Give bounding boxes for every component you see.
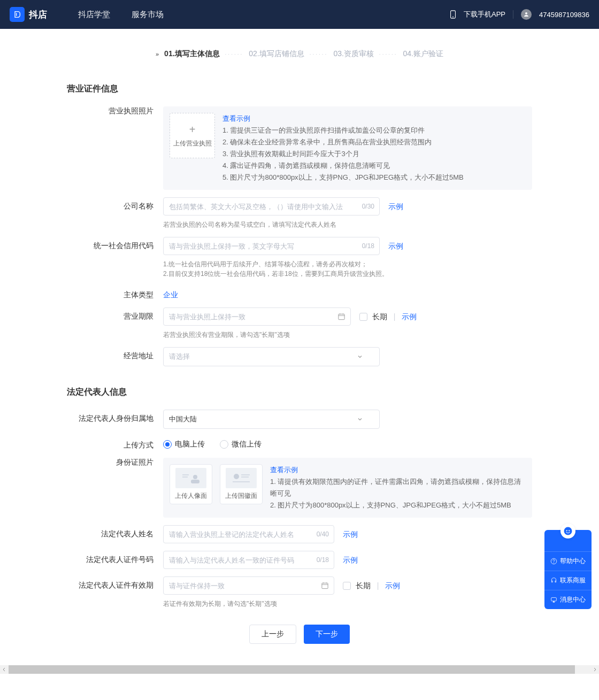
svg-point-15: [564, 527, 572, 535]
scrollbar-thumb[interactable]: [9, 665, 575, 674]
brand-text: 抖店: [29, 9, 47, 21]
legal-expiry-input[interactable]: [163, 576, 334, 595]
download-link[interactable]: 下载手机APP: [464, 10, 505, 19]
upload-license[interactable]: + 上传营业执照: [170, 113, 215, 158]
radio-wechat-upload[interactable]: 微信上传: [220, 440, 262, 449]
label-company-name: 公司名称: [67, 197, 163, 229]
logo-icon: [10, 7, 25, 22]
scroll-left-button[interactable]: [0, 665, 9, 674]
label-credit-code: 统一社会信用代码: [67, 237, 163, 279]
svg-point-1: [452, 17, 454, 18]
example-legal-idno[interactable]: 示例: [343, 556, 358, 564]
phone-icon: [450, 10, 456, 19]
label-legal-expiry: 法定代表人证件有效期: [67, 576, 163, 609]
svg-rect-19: [551, 597, 557, 601]
example-biz-period[interactable]: 示例: [402, 312, 417, 321]
float-bot[interactable]: [544, 530, 592, 551]
svg-rect-11: [241, 474, 250, 475]
step-1: 01.填写主体信息: [164, 49, 219, 59]
svg-point-2: [525, 12, 527, 14]
bot-icon: [563, 526, 573, 536]
svg-rect-6: [191, 480, 199, 483]
legal-name-input[interactable]: [163, 525, 334, 543]
example-company[interactable]: 示例: [388, 202, 403, 211]
section-title-biz: 营业证件信息: [67, 83, 532, 95]
entity-type-value: 企业: [163, 286, 532, 300]
divider: [513, 10, 513, 19]
id-region-select[interactable]: 中国大陆: [163, 410, 380, 429]
upload-id-front[interactable]: 上传人像面: [170, 464, 212, 504]
upload-id-back[interactable]: 上传国徽面: [220, 464, 263, 504]
step-arrow-icon: »: [156, 51, 159, 57]
legal-idno-input[interactable]: [163, 551, 334, 569]
biz-address-select[interactable]: 请选择: [163, 347, 380, 366]
chevron-down-icon: [357, 353, 363, 360]
label-legal-name: 法定代表人姓名: [67, 525, 163, 543]
svg-rect-12: [241, 476, 249, 478]
message-icon: [550, 596, 557, 603]
svg-point-17: [569, 530, 570, 531]
float-panel: 帮助中心 联系商服 消息中心: [544, 530, 592, 609]
avatar-icon: [521, 9, 532, 20]
float-message[interactable]: 消息中心: [544, 590, 592, 609]
step-2: 02.填写店铺信息: [249, 49, 304, 59]
label-entity-type: 主体类型: [67, 286, 163, 300]
example-legal-expiry[interactable]: 示例: [385, 581, 400, 590]
label-upload-method: 上传方式: [67, 436, 163, 450]
svg-point-5: [193, 475, 197, 479]
hint-company: 若营业执照的公司名称为星号或空白，请填写法定代表人姓名: [163, 220, 532, 229]
id-front-icon: [180, 471, 202, 485]
help-icon: [550, 558, 557, 565]
user-id[interactable]: 4745987109836: [539, 11, 589, 19]
nav-market[interactable]: 服务市场: [132, 10, 164, 20]
biz-period-input[interactable]: [163, 307, 351, 326]
label-biz-address: 经营地址: [67, 347, 163, 366]
view-example-id[interactable]: 查看示例: [270, 466, 298, 474]
radio-icon: [163, 440, 172, 449]
company-name-input[interactable]: [163, 197, 380, 216]
svg-rect-9: [231, 471, 252, 485]
svg-rect-7: [182, 474, 189, 475]
hint-legal-expiry: 若证件有效期为长期，请勾选"长期"选项: [163, 599, 532, 609]
step-4: 04.账户验证: [403, 49, 443, 59]
headset-icon: [550, 577, 557, 584]
label-id-region: 法定代表人身份归属地: [67, 410, 163, 429]
svg-point-10: [234, 474, 239, 479]
example-legal-name[interactable]: 示例: [343, 530, 358, 539]
hint-biz-period: 若营业执照没有营业期限，请勾选"长期"选项: [163, 330, 532, 340]
longterm-checkbox-id[interactable]: [343, 582, 351, 590]
plus-icon: +: [189, 124, 196, 136]
horizontal-scrollbar[interactable]: [0, 665, 599, 674]
view-example-license[interactable]: 查看示例: [222, 114, 250, 122]
float-contact[interactable]: 联系商服: [544, 571, 592, 590]
top-header: 抖店 抖店学堂 服务市场 下载手机APP 4745987109836: [0, 0, 599, 29]
step-3: 03.资质审核: [333, 49, 373, 59]
svg-rect-13: [233, 481, 250, 482]
id-back-icon: [231, 471, 252, 485]
section-title-legal: 法定代表人信息: [67, 387, 532, 398]
float-help[interactable]: 帮助中心: [544, 551, 592, 571]
radio-pc-upload[interactable]: 电脑上传: [163, 440, 205, 449]
chevron-down-icon: [357, 416, 363, 422]
scroll-right-button[interactable]: [590, 665, 599, 674]
label-legal-idno: 法定代表人证件号码: [67, 551, 163, 569]
hint-credit: 1.统一社会信用代码用于后续开户、结算等核心流程，请务必再次核对； 2.目前仅支…: [163, 259, 532, 279]
label-id-photo: 身份证照片: [67, 458, 163, 518]
prev-button[interactable]: 上一步: [249, 625, 296, 644]
svg-rect-8: [182, 476, 188, 478]
label-license: 营业执照照片: [67, 106, 163, 190]
svg-point-16: [566, 530, 567, 531]
longterm-checkbox-biz[interactable]: [359, 313, 367, 321]
nav-school[interactable]: 抖店学堂: [78, 10, 110, 20]
label-biz-period: 营业期限: [67, 307, 163, 340]
step-indicator: » 01.填写主体信息 ······ 02.填写店铺信息 ······ 03.资…: [0, 29, 599, 74]
example-credit[interactable]: 示例: [388, 242, 403, 250]
credit-code-input[interactable]: [163, 237, 380, 255]
next-button[interactable]: 下一步: [304, 625, 350, 644]
radio-icon: [220, 440, 228, 449]
